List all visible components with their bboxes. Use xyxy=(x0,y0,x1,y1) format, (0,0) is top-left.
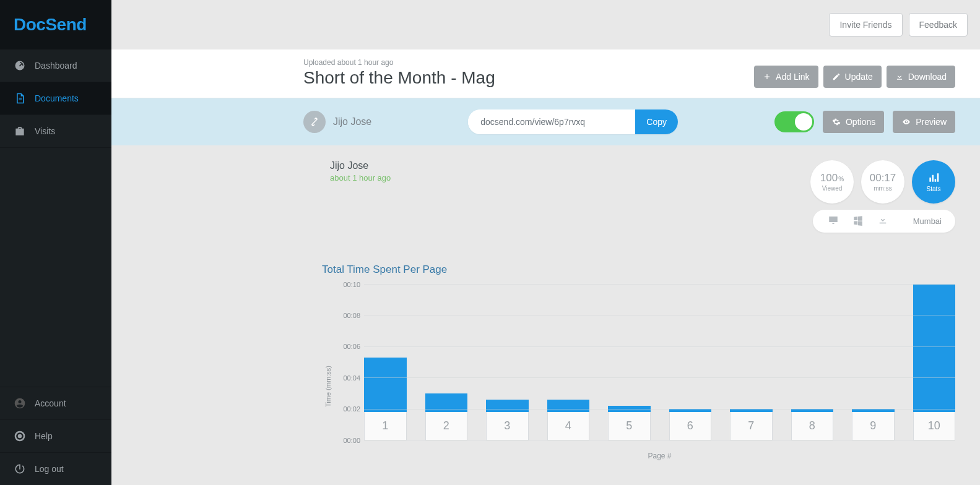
feedback-button[interactable]: Feedback xyxy=(909,13,968,36)
bar-slot: 3 xyxy=(486,285,529,440)
stat-unit: % xyxy=(838,176,844,182)
y-tick: 00:10 xyxy=(334,281,360,288)
doc-icon xyxy=(14,92,26,105)
add-link-button[interactable]: Add Link xyxy=(754,66,818,88)
bar-chart-icon xyxy=(927,171,940,184)
power-icon xyxy=(14,463,26,475)
bar-slot: 7 xyxy=(730,285,773,440)
chart-bars: 12345678910 xyxy=(364,285,955,440)
x-axis-label: Page # xyxy=(364,452,955,460)
download-button[interactable]: Download xyxy=(887,66,955,88)
eye-icon xyxy=(901,118,911,126)
sidebar: DocSend Dashboard Documents Visits xyxy=(0,0,111,485)
bar-slot: 1 xyxy=(364,285,407,440)
bar[interactable] xyxy=(364,358,407,412)
share-url-wrap: Copy xyxy=(468,109,678,134)
options-button[interactable]: Options xyxy=(823,111,884,133)
link-icon xyxy=(303,111,326,133)
briefcase-icon xyxy=(14,125,26,137)
visitor-location: Mumbai xyxy=(913,217,942,226)
link-owner: Jijo Jose xyxy=(303,111,371,133)
user-icon xyxy=(14,397,26,410)
bar-category-label: 6 xyxy=(669,412,712,440)
bar-category-label: 8 xyxy=(791,412,834,440)
update-button[interactable]: Update xyxy=(823,66,882,88)
sidebar-item-visits[interactable]: Visits xyxy=(0,115,111,148)
preview-button[interactable]: Preview xyxy=(893,111,955,133)
button-label: Download xyxy=(908,72,947,82)
stat-time: 00:17 mm:ss xyxy=(861,160,904,204)
bar[interactable] xyxy=(913,285,956,412)
stats-button[interactable]: Stats xyxy=(912,160,955,204)
pencil-icon xyxy=(832,72,841,81)
sidebar-item-help[interactable]: Help xyxy=(0,419,111,452)
sidebar-item-account[interactable]: Account xyxy=(0,387,111,419)
plus-icon xyxy=(763,72,771,81)
bar-slot: 4 xyxy=(547,285,590,440)
stat-label: Stats xyxy=(927,186,941,192)
bar-slot: 9 xyxy=(852,285,895,440)
share-toggle[interactable] xyxy=(774,111,814,132)
bar[interactable] xyxy=(547,400,590,412)
grid-row: 00:08 xyxy=(364,315,955,315)
y-axis-label: Time (mm:ss) xyxy=(322,285,334,460)
chart-grid: 12345678910 00:0000:0200:0400:0600:0800:… xyxy=(334,285,955,440)
main-content: Invite Friends Feedback Uploaded about 1… xyxy=(111,0,980,485)
grid-line xyxy=(364,346,955,347)
bar-slot: 8 xyxy=(791,285,834,440)
stat-label: Viewed xyxy=(822,185,843,192)
sidebar-item-dashboard[interactable]: Dashboard xyxy=(0,49,111,82)
bar-slot: 10 xyxy=(913,285,956,440)
grid-line xyxy=(364,284,955,285)
bar-category-label: 7 xyxy=(730,412,773,440)
y-tick: 00:04 xyxy=(334,374,360,382)
monitor-icon xyxy=(826,215,840,228)
sidebar-item-documents[interactable]: Documents xyxy=(0,82,111,115)
y-tick: 00:00 xyxy=(334,437,360,444)
grid-row: 00:00 xyxy=(364,440,955,440)
page-title: Short of the Month - Mag xyxy=(303,68,495,88)
sidebar-bottom: Account Help Log out xyxy=(0,387,111,485)
sidebar-item-label: Help xyxy=(35,431,53,441)
button-label: Preview xyxy=(916,117,947,127)
bar-category-label: 1 xyxy=(364,412,407,440)
share-url-input[interactable] xyxy=(468,109,635,134)
header-buttons: Add Link Update Download xyxy=(754,66,955,88)
bar-category-label: 10 xyxy=(913,412,956,440)
sidebar-item-logout[interactable]: Log out xyxy=(0,452,111,485)
chart-title: Total Time Spent Per Page xyxy=(322,264,955,276)
lifering-icon xyxy=(14,430,26,442)
bar-slot: 5 xyxy=(608,285,651,440)
sidebar-item-label: Visits xyxy=(35,126,55,136)
stat-value: 00:17 xyxy=(870,172,896,184)
gauge-icon xyxy=(14,59,26,72)
sidebar-item-label: Dashboard xyxy=(35,61,77,71)
uploaded-timestamp: Uploaded about 1 hour ago xyxy=(303,58,495,67)
windows-icon xyxy=(851,215,865,228)
owner-name: Jijo Jose xyxy=(333,116,371,127)
sidebar-item-label: Log out xyxy=(35,464,64,474)
bar-category-label: 5 xyxy=(608,412,651,440)
bar-slot: 2 xyxy=(425,285,468,440)
button-label: Add Link xyxy=(776,72,809,82)
bar-category-label: 2 xyxy=(425,412,468,440)
copy-button[interactable]: Copy xyxy=(635,109,678,134)
grid-line xyxy=(364,409,955,410)
visitor-time: about 1 hour ago xyxy=(330,173,391,182)
visitor-name: Jijo Jose xyxy=(330,160,391,171)
sidebar-item-label: Documents xyxy=(35,93,79,103)
sidebar-item-label: Account xyxy=(35,398,66,408)
bar-category-label: 4 xyxy=(547,412,590,440)
topbar: Invite Friends Feedback xyxy=(111,0,980,49)
sidebar-nav: Dashboard Documents Visits xyxy=(0,49,111,387)
stat-circles: 100 % Viewed 00:17 mm:ss Stats xyxy=(810,160,955,204)
stat-value: 100 xyxy=(820,172,838,184)
toggle-knob xyxy=(795,113,812,131)
bar[interactable] xyxy=(486,400,529,412)
invite-friends-button[interactable]: Invite Friends xyxy=(829,13,902,36)
grid-row: 00:10 xyxy=(364,284,955,285)
y-tick: 00:02 xyxy=(334,405,360,413)
grid-row: 00:02 xyxy=(364,409,955,410)
grid-line xyxy=(364,440,955,440)
share-bar: Jijo Jose Copy Options Preview xyxy=(111,98,980,145)
